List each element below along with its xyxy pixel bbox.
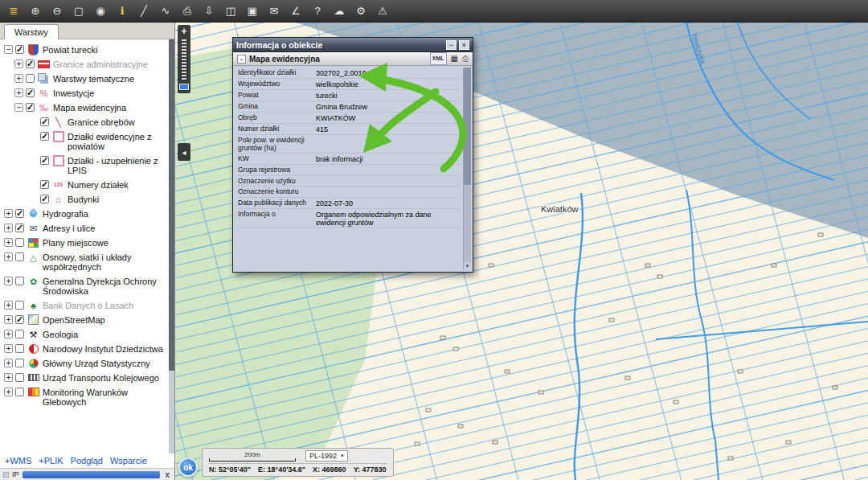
layer-checkbox[interactable] <box>40 156 49 165</box>
layer-checkbox[interactable] <box>40 117 49 126</box>
layer-checkbox[interactable] <box>40 132 49 141</box>
layer-checkbox[interactable] <box>15 45 24 54</box>
popup-scrollbar[interactable]: ▼ <box>463 68 471 270</box>
popup-titlebar[interactable]: Informacja o obiekcie − × <box>233 38 473 52</box>
expand-toggle[interactable]: + <box>4 301 13 310</box>
layer-label[interactable]: OpenStreetMap <box>43 314 105 325</box>
layer-label[interactable]: Działki - uzupełnienie z LPIS <box>68 155 165 175</box>
map-viewport[interactable]: Kwiatków Teleszyna + ◂ ok 200m PL-1992 <box>175 23 868 480</box>
layer-checkbox[interactable] <box>26 59 35 68</box>
layer-checkbox[interactable] <box>15 277 24 285</box>
download-button[interactable]: ⇩ <box>199 2 219 19</box>
layer-checkbox[interactable] <box>15 344 24 353</box>
layer-label[interactable]: Urząd Transportu Kolejowego <box>43 372 159 383</box>
warning-button[interactable]: ⚠ <box>373 2 392 19</box>
close-button[interactable]: × <box>459 40 469 50</box>
layer-label[interactable]: Hydrografia <box>43 208 88 219</box>
crs-select[interactable]: PL-1992 ▾ <box>305 450 348 462</box>
section-collapse-toggle[interactable]: - <box>237 55 246 64</box>
tab-warstwy[interactable]: Warstwy <box>4 24 59 39</box>
layer-checkbox[interactable] <box>15 301 24 310</box>
layer-label[interactable]: Geologia <box>43 329 78 339</box>
expand-toggle[interactable]: + <box>4 224 13 232</box>
layer-label[interactable]: Numery działek <box>68 179 129 190</box>
layer-checkbox[interactable] <box>26 103 35 112</box>
layer-label[interactable]: Budynki <box>68 194 99 204</box>
expand-toggle[interactable]: + <box>4 277 13 285</box>
layer-checkbox[interactable] <box>15 209 24 218</box>
expand-toggle[interactable]: + <box>4 373 13 382</box>
xml-button[interactable]: XML <box>430 52 447 65</box>
print-button[interactable]: ⎙ <box>462 54 469 64</box>
layer-checkbox[interactable] <box>15 252 24 261</box>
expand-toggle[interactable]: + <box>14 74 23 83</box>
layer-label[interactable]: Mapa ewidencyjna <box>53 102 126 113</box>
popup-scrollbar-thumb[interactable] <box>464 68 471 185</box>
sidebar-scrollbar[interactable] <box>169 39 174 453</box>
expand-toggle[interactable]: + <box>4 344 13 353</box>
layer-label[interactable]: Narodowy Instytut Dziedzictwa <box>43 343 163 354</box>
measure-path-button[interactable]: ∿ <box>156 2 175 19</box>
wms-link[interactable]: +WMS <box>5 456 31 466</box>
layer-label[interactable]: Inwestycje <box>53 88 94 98</box>
identify-button[interactable]: ℹ <box>113 2 132 19</box>
cloud-upload-button[interactable]: ☁ <box>330 2 349 19</box>
layer-label[interactable]: Granice obrębów <box>68 117 135 127</box>
layer-checkbox[interactable] <box>40 195 49 203</box>
layer-checkbox[interactable] <box>26 88 35 97</box>
wsparcie-link[interactable]: Wsparcie <box>110 456 147 466</box>
zoom-slider-handle[interactable] <box>179 84 189 90</box>
print-button[interactable]: ⎙ <box>178 2 197 19</box>
collapse-sidebar-button[interactable]: ◂ <box>178 143 190 161</box>
zoom-out-button[interactable]: ⊖ <box>47 2 67 19</box>
feedback-button[interactable]: ✉ <box>264 2 284 19</box>
zoom-in-button[interactable]: ⊕ <box>26 2 45 19</box>
zoom-in-button[interactable]: + <box>181 27 186 38</box>
layer-checkbox[interactable] <box>15 330 24 338</box>
scroll-down-arrow[interactable]: ▼ <box>464 262 471 270</box>
layer-checkbox[interactable] <box>15 315 24 324</box>
zoom-slider[interactable] <box>182 38 186 81</box>
minimize-button[interactable]: − <box>446 40 457 50</box>
help-button[interactable]: ? <box>308 2 327 19</box>
layers-button[interactable]: ≣ <box>4 2 23 19</box>
layer-checkbox[interactable] <box>15 373 24 382</box>
layer-label[interactable]: Plany miejscowe <box>43 237 108 248</box>
expand-toggle[interactable]: + <box>4 359 13 367</box>
layer-label[interactable]: Powiat turecki <box>43 44 97 55</box>
expand-toggle[interactable]: + <box>4 315 13 324</box>
angles-button[interactable]: ∠ <box>286 2 305 19</box>
measure-line-button[interactable]: ╱ <box>134 2 154 19</box>
layer-label[interactable]: Osnowy, siatki i układy współrzędnych <box>43 252 165 272</box>
compare-button[interactable]: ◫ <box>221 2 240 19</box>
expand-toggle[interactable]: + <box>4 388 13 396</box>
layer-checkbox[interactable] <box>40 180 49 189</box>
close-panel-button[interactable]: x <box>163 470 171 479</box>
expand-toggle[interactable]: + <box>14 59 23 68</box>
layer-label[interactable]: Adresy i ulice <box>43 223 95 233</box>
layer-label[interactable]: Warstwy tematyczne <box>53 73 134 84</box>
plik-link[interactable]: +PLIK <box>39 456 63 466</box>
layer-label[interactable]: Działki ewidencyjne z powiatów <box>68 131 165 151</box>
ok-button[interactable]: ok <box>178 457 198 477</box>
collapse-toggle[interactable]: − <box>4 45 13 54</box>
layer-label[interactable]: Główny Urząd Statystyczny <box>43 358 150 368</box>
layer-checkbox[interactable] <box>15 224 24 232</box>
zoom-window-button[interactable]: ▢ <box>69 2 88 19</box>
sidebar-scrollbar-thumb[interactable] <box>169 39 174 371</box>
layer-checkbox[interactable] <box>15 238 24 247</box>
podglad-link[interactable]: Podgląd <box>71 456 103 466</box>
expand-toggle[interactable]: + <box>14 88 23 97</box>
table-button[interactable]: ▦ <box>451 54 458 64</box>
settings-button[interactable]: ⚙ <box>351 2 371 19</box>
collapse-toggle[interactable]: − <box>14 103 23 112</box>
expand-toggle[interactable]: + <box>4 209 13 218</box>
layer-label[interactable]: Generalna Dyrekcja Ochrony Środowiska <box>43 276 165 296</box>
layer-label[interactable]: Monitoring Warunków Glebowych <box>43 387 165 407</box>
expand-toggle[interactable]: + <box>4 238 13 247</box>
layer-checkbox[interactable] <box>26 74 35 83</box>
layer-checkbox[interactable] <box>15 388 24 396</box>
expand-toggle[interactable]: + <box>4 330 13 338</box>
layer-label[interactable]: Granice administracyjne <box>53 59 148 69</box>
snapshot-button[interactable]: ▣ <box>243 2 262 19</box>
